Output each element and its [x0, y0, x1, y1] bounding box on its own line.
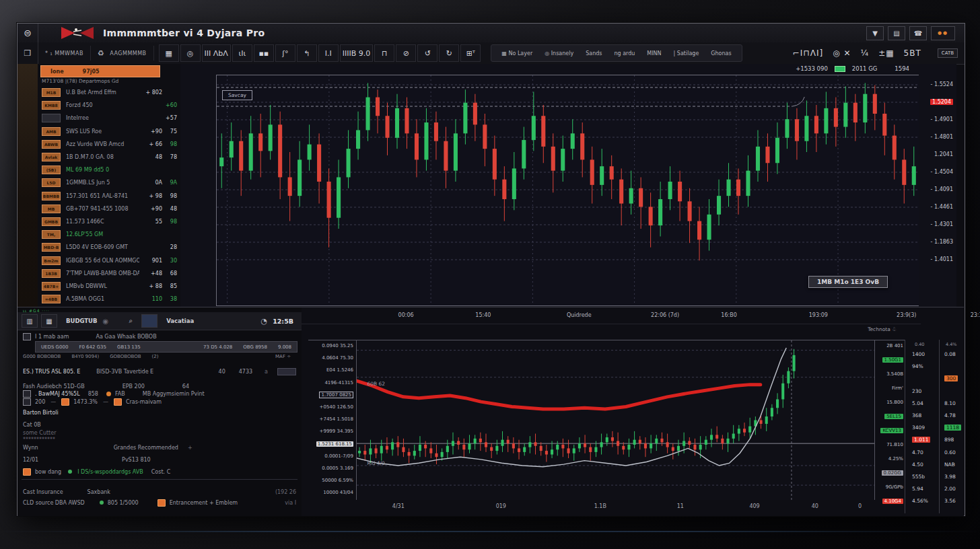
tab-symbols[interactable]: Ione: [41, 69, 73, 75]
quote-cell[interactable]: NAB: [944, 462, 955, 468]
quote-cell[interactable]: 0.08: [944, 351, 956, 357]
market-watch-row[interactable]: 1B3B7'TMP LAWB-BAMB OMB-DAWN+4868: [38, 267, 180, 280]
price-label: - 1.4301: [931, 221, 953, 227]
toolbar-icon-13[interactable]: ⊞ᵀ: [460, 44, 481, 62]
quote-cell[interactable]: 4.56%: [912, 498, 928, 504]
market-watch-row[interactable]: (SB)ML 69 M9 dd5 0: [38, 163, 180, 176]
market-watch-row[interactable]: ABWBAzz Vurde WVB Amcd+ 6698: [38, 138, 180, 151]
menu-item-3[interactable]: ng ardu: [608, 50, 641, 57]
toolbar-icon-0[interactable]: ▦: [159, 44, 179, 62]
restore-button[interactable]: ▤: [888, 26, 905, 40]
market-watch-row[interactable]: Intelrree+57: [38, 112, 180, 124]
quote-cell[interactable]: 300: [944, 375, 958, 381]
chart-note-box: Savcay: [222, 90, 252, 100]
toolbar-icon-11[interactable]: ↺: [417, 44, 438, 62]
timeframe-overlay-button[interactable]: 1MB M1o 1E3 OvB: [808, 276, 888, 288]
zoom-tools-icon[interactable]: ◎ ✕: [833, 48, 851, 58]
quote-cell[interactable]: 3.56: [944, 498, 956, 504]
market-watch-row[interactable]: Avlak1B D.M7.0 GA. 084878: [38, 151, 180, 163]
quote-cell[interactable]: 5.04: [912, 400, 923, 406]
technota-label[interactable]: Technota ♧: [868, 326, 897, 332]
quote-cell[interactable]: 1118: [944, 425, 961, 431]
toolbar-icon-10[interactable]: ⊘: [396, 44, 416, 62]
toolbar-icon-6[interactable]: ↰: [297, 44, 317, 62]
toolbar-icon-2[interactable]: ΙΙΙ ΛbΛ: [202, 44, 231, 62]
market-watch-row[interactable]: M1BU.B Bet Armd Effm+ 802: [38, 86, 180, 99]
toolbar-icon-4[interactable]: ▪▪: [254, 44, 274, 62]
symbol-change: 98: [166, 141, 177, 147]
toolbar-icon-8[interactable]: ΙΙΙΙΒ 9.0: [340, 44, 374, 62]
minimize-button[interactable]: ▼: [866, 26, 884, 40]
terminal-row[interactable]: bow dangΙ DS/s-wspoddardgs AVBCost. C: [23, 467, 296, 476]
quote-cell[interactable]: 5.94: [912, 486, 923, 492]
terminal-row[interactable]: WynnGrandes Recommended+: [23, 443, 296, 452]
terminal-row[interactable]: CLD source DBA AWSD805 1/5000Entrancemen…: [23, 498, 296, 507]
panel-toggle-icon[interactable]: ❒: [18, 42, 38, 64]
close-button[interactable]: ☎: [909, 26, 927, 40]
quote-cell[interactable]: 2.00: [944, 486, 956, 492]
quote-cell[interactable]: 3409: [912, 425, 925, 431]
market-watch-row[interactable]: MBGB+707 941-455 1008+9048: [38, 203, 180, 215]
timeframe-dropdown[interactable]: ♻AAGMMMMB: [91, 46, 154, 61]
symbol-value: +48: [142, 270, 162, 277]
quote-cell[interactable]: 230: [912, 388, 921, 394]
market-watch-row[interactable]: KMB8Forzd 450+60: [38, 99, 180, 112]
terminal-row[interactable]: ES.) TRUS ASL 805. EBISD-3VB Tavertide E…: [23, 367, 296, 376]
add-grid-icon[interactable]: ±▦: [878, 48, 894, 58]
quote-cell[interactable]: 4.50: [912, 462, 923, 468]
indicator-axis-label: +7454 1.5018: [320, 416, 353, 422]
quote-cell[interactable]: 0.60: [944, 449, 956, 455]
market-watch-row[interactable]: Bm2mIGBGB 55 6d OLN AOMMGOT90130: [38, 254, 180, 266]
terminal-row[interactable]: Ι 1 mab aamAa Gaa Whaak BOBOB: [23, 332, 296, 341]
menu-item-2[interactable]: Sands: [580, 50, 608, 57]
quote-cell[interactable]: 4.78: [944, 412, 956, 418]
market-watch-row[interactable]: 4B7B+LMBvb DBWWL+ 8885: [38, 280, 180, 293]
chart-layout-icon[interactable]: ⌐Ι⊓ΛΙ]: [793, 48, 823, 58]
toolbar-icon-9[interactable]: ⊓: [374, 44, 394, 62]
menu-item-5[interactable]: | Satilage: [668, 50, 705, 57]
menu-item-1[interactable]: ◎ Insanely: [538, 50, 580, 57]
symbol-dropdown[interactable]: * ₁ MMWMAB: [38, 46, 91, 61]
indicator-axis-label: 10000 43/04: [323, 490, 353, 495]
main-chart-plot[interactable]: Savcay 1MB M1o 1E3 OvB: [216, 75, 919, 306]
app-menu-icon[interactable]: ⊜: [18, 24, 38, 42]
terminal-row[interactable]: Cast InsuranceSaxbank(192 26: [23, 487, 296, 497]
symbol-change: 68: [166, 270, 177, 277]
terminal-row[interactable]: Barton Birtoli: [23, 408, 296, 417]
indicator-x-label: 409: [749, 503, 759, 509]
symbol-badge-icon: AMB: [42, 127, 61, 136]
quote-cell[interactable]: 898: [944, 437, 954, 443]
quotes-table: 0.404.4%14000.0894%3002305.048.103684.78…: [905, 340, 963, 513]
toolbar-icon-7[interactable]: Ι.Ι: [318, 44, 339, 62]
toolbar-icon-3[interactable]: ιΙι: [232, 44, 252, 62]
fraction-icon[interactable]: ¼: [861, 48, 870, 58]
tab-tick-chart[interactable]: 97j05: [73, 69, 109, 75]
terminal-row[interactable]: 12/01PvS13 810: [23, 455, 296, 464]
cats-badge[interactable]: CATB: [938, 48, 958, 58]
toolbar-icon-12[interactable]: ↻: [439, 44, 459, 62]
market-watch-row[interactable]: =4BBA.5BMA OGG111038: [38, 293, 180, 305]
toolbar-icon-1[interactable]: ◎: [180, 44, 201, 62]
timeframe-dropdown-label: AAGMMMMB: [110, 50, 146, 57]
market-watch-row[interactable]: L5D1GMMB.LS Jun 50A9A: [38, 176, 180, 189]
quote-cell[interactable]: 368: [912, 412, 921, 418]
menu-item-0[interactable]: ▦ No Layer: [495, 50, 538, 57]
quote-cell[interactable]: 8.10: [944, 400, 956, 406]
quote-cell[interactable]: 555b: [912, 474, 925, 480]
quote-cell[interactable]: 1.011: [912, 437, 930, 443]
market-watch-row[interactable]: GMBB11.573 1466C5598: [38, 215, 180, 228]
terminal-row[interactable]: 200—1473.3%—Cras-maivam: [23, 397, 296, 406]
quote-cell[interactable]: 1400: [912, 351, 925, 357]
quote-cell[interactable]: 94%: [912, 363, 923, 369]
market-watch-row[interactable]: BBMBB157.301 651 AAL-8741+ 9898: [38, 190, 180, 203]
market-watch-row[interactable]: AMBSWS LUS Roe+9075: [38, 125, 180, 138]
menu-item-4[interactable]: MINN: [641, 50, 667, 57]
toolbar-icon-5[interactable]: ʃ°: [275, 44, 295, 62]
settings-icon[interactable]: 5ΒΤ: [904, 48, 921, 58]
market-watch-row[interactable]: TM,12.6LP'55 GM: [38, 228, 180, 241]
indicator-plot[interactable]: 60B 62Rid 4/0: [356, 340, 875, 500]
menu-item-6[interactable]: Ghonas: [705, 50, 737, 57]
quote-cell[interactable]: 4.70: [912, 449, 923, 455]
market-watch-row[interactable]: MBD-BL5D0 4V EOB-609 GMT28: [38, 241, 180, 254]
quote-cell[interactable]: 3.98: [944, 474, 956, 480]
